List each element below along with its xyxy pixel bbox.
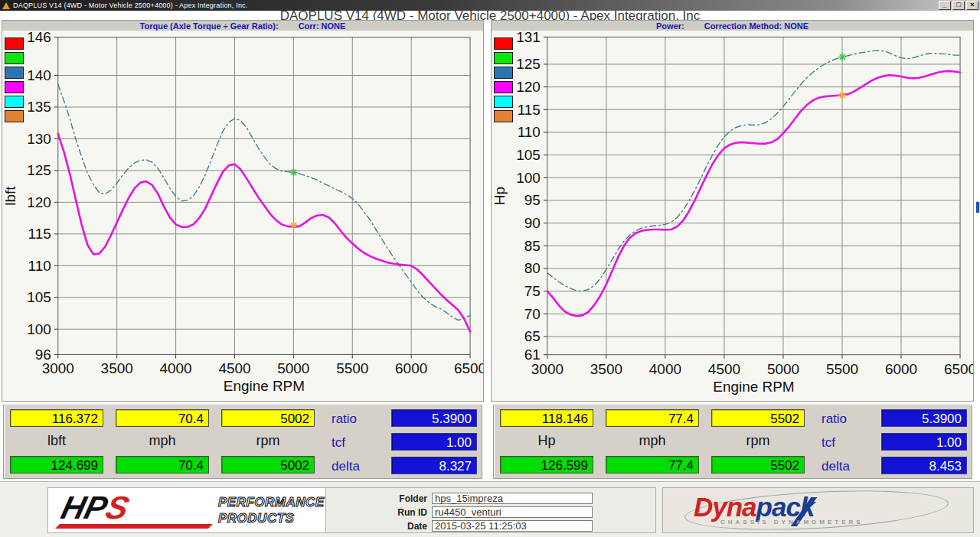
legend-swatch-green (494, 52, 513, 64)
dynapack-logo: Dynapack CHASSIS DYNAMOMETERS (662, 487, 974, 533)
channel-legend-swatches (494, 37, 513, 125)
svg-text:90: 90 (524, 215, 541, 231)
svg-text:5500: 5500 (336, 360, 368, 376)
legend-swatch-orange (494, 110, 513, 122)
svg-text:70: 70 (524, 306, 541, 322)
svg-text:5500: 5500 (826, 361, 858, 377)
run-id-label: Run ID (326, 507, 432, 518)
svg-text:115: 115 (28, 226, 51, 242)
torque-readout-panel: 116.372 70.4 5002 lbft mph rpm 124.699 7… (3, 405, 482, 479)
power-correction-label: Correction Method: NONE (704, 21, 808, 31)
svg-text:5000: 5000 (277, 360, 309, 376)
hps-swoosh (55, 524, 213, 529)
ratio-value: 5.3900 (391, 409, 477, 427)
power-reference-value: 126.599 (500, 456, 593, 474)
svg-text:6000: 6000 (395, 360, 427, 376)
svg-text:6500: 6500 (454, 360, 483, 376)
svg-text:130: 130 (27, 131, 51, 147)
tcf-label: tcf (822, 435, 872, 451)
tcf-value: 1.00 (881, 433, 967, 451)
date-input[interactable]: 2015-03-25 11:25:03 (432, 520, 593, 532)
legend-swatch-cyan (5, 96, 24, 108)
svg-text:4000: 4000 (160, 360, 192, 376)
speed-current-value: 77.4 (606, 409, 699, 427)
svg-text:lbft: lbft (2, 186, 18, 206)
speed-unit-label: mph (606, 433, 699, 449)
ratio-label: ratio (332, 412, 382, 427)
svg-text:3500: 3500 (590, 361, 622, 377)
svg-text:100: 100 (516, 170, 541, 186)
svg-text:140: 140 (27, 67, 51, 83)
torque-current-value: 116.372 (10, 409, 103, 427)
svg-text:120: 120 (27, 194, 51, 210)
rpm-current-value: 5502 (711, 409, 805, 427)
svg-text:80: 80 (524, 260, 541, 276)
svg-text:110: 110 (28, 258, 51, 274)
delta-label: delta (332, 459, 382, 474)
dynapack-pack-text: pack (756, 492, 815, 522)
svg-text:115: 115 (518, 102, 541, 118)
delta-label: delta (822, 459, 872, 474)
svg-text:3000: 3000 (531, 361, 564, 377)
svg-text:6500: 6500 (944, 361, 973, 377)
legend-swatch-red (5, 37, 24, 50)
svg-text:Engine RPM: Engine RPM (224, 378, 305, 394)
legend-swatch-green (5, 52, 24, 64)
legend-swatch-cyan (494, 96, 513, 108)
svg-text:4500: 4500 (708, 361, 740, 377)
speed-unit-label: mph (116, 433, 209, 449)
power-unit-label: Hp (500, 433, 593, 449)
power-chart-panel: Power: Correction Method: NONE 131125120… (491, 20, 974, 402)
date-label: Date (326, 521, 432, 532)
svg-text:105: 105 (516, 147, 541, 163)
legend-swatch-blue (494, 67, 513, 79)
power-chart-plot[interactable]: 1311251201151101051009590858075706561300… (492, 31, 973, 402)
dynapack-dyna-text: Dyna (694, 492, 756, 522)
svg-text:110: 110 (518, 124, 541, 140)
dynapack-subtitle: CHASSIS DYNAMOMETERS (720, 519, 864, 526)
tcf-value: 1.00 (391, 433, 477, 451)
torque-chart-plot[interactable]: 1461401351301251201151101051009630003500… (2, 31, 483, 402)
channel-legend-swatches (5, 37, 24, 125)
svg-text:146: 146 (27, 31, 51, 45)
rpm-current-value: 5002 (221, 409, 315, 427)
delta-value: 8.327 (391, 457, 477, 474)
legend-swatch-blue (5, 67, 24, 79)
folder-label: Folder (326, 493, 432, 504)
torque-chart-header: Torque (Axle Torque ÷ Gear Ratio): Corr:… (2, 21, 483, 31)
svg-text:85: 85 (524, 238, 541, 254)
svg-text:4000: 4000 (649, 361, 681, 377)
svg-text:131: 131 (516, 31, 541, 45)
run-id-input[interactable]: ru4450_venturi (432, 506, 593, 518)
svg-text:75: 75 (524, 283, 541, 299)
hps-products-text: PRODUCTS (218, 510, 325, 526)
folder-input[interactable]: hps_15impreza (432, 493, 593, 504)
svg-text:Engine RPM: Engine RPM (713, 379, 794, 395)
legend-swatch-orange (5, 110, 24, 122)
ratio-value: 5.3900 (881, 409, 967, 427)
svg-text:105: 105 (27, 289, 51, 305)
legend-swatch-magenta (5, 81, 24, 93)
svg-text:3500: 3500 (101, 360, 133, 376)
ratio-label: ratio (822, 412, 872, 427)
svg-text:4500: 4500 (218, 360, 250, 376)
background-window-sliver (975, 201, 980, 213)
svg-text:100: 100 (27, 321, 51, 337)
speed-reference-value: 70.4 (116, 456, 209, 474)
footer-bar: HPS PERFORMANCE PRODUCTS Folder hps_15im… (0, 481, 980, 537)
rpm-reference-value: 5502 (711, 456, 805, 474)
svg-text:95: 95 (524, 192, 541, 208)
svg-text:5000: 5000 (767, 361, 799, 377)
svg-text:65: 65 (524, 328, 541, 344)
hps-wordmark: PERFORMANCE PRODUCTS (218, 494, 325, 526)
legend-swatch-red (494, 37, 513, 50)
delta-value: 8.453 (881, 457, 967, 474)
svg-text:6000: 6000 (885, 361, 917, 377)
run-info-panel: Folder hps_15impreza Run ID ru4450_ventu… (325, 487, 656, 533)
svg-text:135: 135 (27, 99, 51, 115)
tcf-label: tcf (332, 435, 382, 451)
torque-unit-label: lbft (10, 433, 103, 449)
svg-text:120: 120 (516, 79, 541, 95)
svg-text:125: 125 (27, 162, 51, 178)
power-current-value: 118.146 (500, 409, 593, 427)
